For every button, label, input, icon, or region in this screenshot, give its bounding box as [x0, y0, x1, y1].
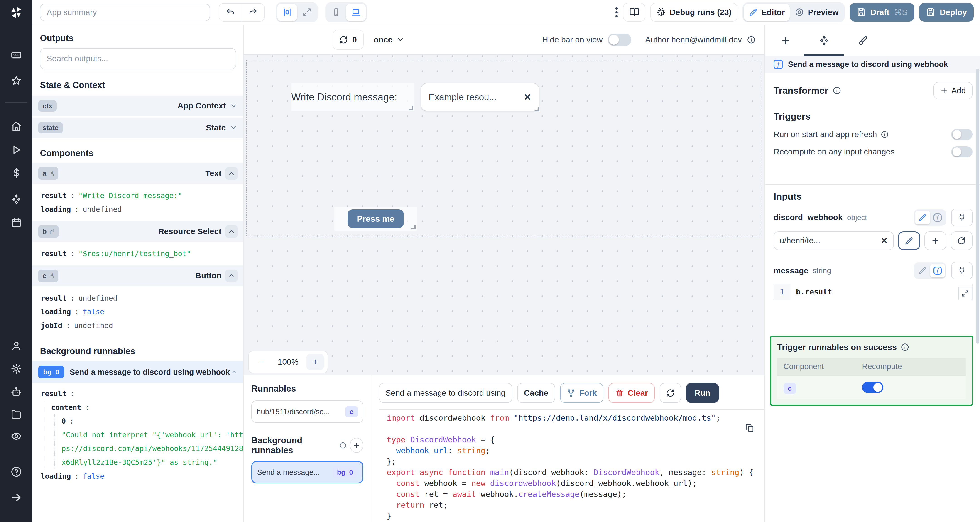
hide-bar-label: Hide bar on view — [542, 35, 603, 45]
info-icon[interactable] — [339, 442, 347, 449]
ctx-row[interactable]: ctx App Context — [32, 95, 243, 116]
state-row[interactable]: state State — [32, 118, 243, 138]
static-mode-button[interactable] — [915, 211, 930, 224]
press-me-button[interactable]: Press me — [348, 209, 404, 228]
app-canvas[interactable]: Write Discord message: Example resou... … — [243, 55, 764, 375]
component-row-c[interactable]: c☝ Button — [32, 266, 243, 286]
resize-handle[interactable] — [409, 106, 413, 110]
canvas-text-component[interactable]: Write Discord message: — [291, 83, 414, 111]
redo-button[interactable] — [242, 4, 264, 21]
clear-selection-icon[interactable]: ✕ — [523, 92, 531, 103]
runnable-item-selected[interactable]: Send a message... bg_0 — [251, 461, 363, 484]
more-menu-button[interactable] — [616, 7, 618, 17]
fullscreen-toggle[interactable] — [297, 4, 317, 21]
edit-resource-button[interactable] — [898, 231, 920, 250]
eye-icon[interactable] — [11, 431, 22, 442]
add-transformer-button[interactable]: Add — [934, 82, 972, 99]
settings-icon[interactable] — [11, 363, 22, 374]
info-icon[interactable] — [747, 35, 756, 44]
tab-editor[interactable]: Editor — [744, 4, 790, 21]
component-row-b[interactable]: b☝ Resource Select — [32, 221, 243, 242]
eval-mode-button[interactable]: f — [930, 264, 945, 278]
run-button[interactable]: Run — [686, 383, 719, 403]
folder-icon[interactable] — [11, 409, 22, 420]
canvas-resource-select[interactable]: Example resou... ✕ — [421, 83, 539, 111]
undo-button[interactable] — [219, 4, 242, 21]
clear-button[interactable]: Clear — [608, 383, 655, 403]
desktop-view-button[interactable] — [346, 4, 366, 21]
expand-editor-button[interactable] — [958, 286, 972, 300]
resource-picker[interactable]: u/henri/te... ✕ — [773, 231, 894, 250]
connect-input-button[interactable] — [951, 209, 972, 226]
styling-tab-icon[interactable] — [857, 35, 868, 46]
collapse-button[interactable] — [225, 225, 238, 238]
component-a-badge: a☝ — [38, 167, 58, 180]
search-outputs-input[interactable] — [40, 48, 236, 69]
eval-mode-button[interactable]: f — [930, 211, 945, 224]
chevron-up-icon[interactable] — [231, 369, 237, 376]
recompute-c-toggle[interactable] — [862, 382, 883, 393]
tab-preview[interactable]: Preview — [790, 4, 843, 21]
hide-bar-toggle[interactable] — [608, 33, 632, 46]
runnable-title-box[interactable]: Send a message to discord using — [379, 383, 512, 403]
hub-icon[interactable] — [11, 194, 22, 205]
undo-redo-group — [219, 3, 264, 22]
trash-icon — [615, 388, 624, 398]
info-icon[interactable] — [900, 343, 910, 352]
workers-icon[interactable] — [11, 340, 22, 352]
mobile-view-button[interactable] — [326, 4, 346, 21]
canvas-button-component[interactable]: Press me — [334, 207, 417, 231]
copy-code-icon[interactable] — [745, 423, 754, 433]
refresh-resource-button[interactable] — [951, 231, 972, 250]
star-icon[interactable] — [11, 75, 22, 86]
zoom-in-button[interactable]: + — [307, 354, 324, 370]
schedules-icon[interactable] — [11, 217, 22, 228]
add-background-runnable-button[interactable] — [350, 438, 363, 453]
refresh-button[interactable] — [660, 383, 681, 403]
resize-handle[interactable] — [411, 225, 415, 229]
center-layout-toggle[interactable] — [277, 4, 297, 21]
insert-tab-icon[interactable] — [780, 35, 791, 46]
bg0-row[interactable]: bg_0 Send a message to discord using web… — [32, 361, 243, 383]
docs-button[interactable] — [623, 3, 645, 22]
collapse-button[interactable] — [225, 269, 238, 282]
collapse-arrow-icon[interactable] — [11, 492, 22, 503]
code-editor[interactable]: import discordwebhook from "https://deno… — [379, 409, 765, 522]
recompute-toggle[interactable] — [951, 146, 972, 158]
runs-icon[interactable] — [11, 144, 22, 156]
trigger-runnables-on-success-box: Trigger runnables on success Component R… — [770, 336, 973, 406]
variables-icon[interactable] — [11, 167, 22, 179]
help-icon[interactable] — [11, 466, 22, 477]
add-resource-button[interactable] — [924, 231, 946, 250]
keyboard-icon[interactable] — [11, 49, 22, 61]
chevron-down-icon[interactable] — [229, 102, 238, 110]
clear-resource-icon[interactable]: ✕ — [881, 236, 888, 245]
fork-button[interactable]: Fork — [560, 383, 604, 403]
debug-runs-button[interactable]: Debug runs (23) — [651, 3, 738, 22]
connect-input-button[interactable] — [951, 262, 972, 280]
draft-button[interactable]: Draft⌘S — [850, 3, 914, 22]
right-panel-scrollbar[interactable] — [976, 69, 979, 344]
refresh-count-chip[interactable]: 0 — [332, 30, 364, 50]
cache-button[interactable]: Cache — [517, 383, 555, 403]
run-on-start-toggle[interactable] — [951, 129, 972, 140]
home-icon[interactable] — [11, 121, 22, 132]
deploy-button[interactable]: Deploy — [919, 3, 974, 22]
collapse-button[interactable] — [225, 167, 238, 180]
settings-tab-icon[interactable] — [818, 35, 830, 46]
robot-icon[interactable] — [11, 386, 22, 398]
static-mode-button[interactable] — [915, 264, 930, 278]
schedule-mode-dropdown[interactable]: once — [374, 35, 404, 45]
component-row-a[interactable]: a☝ Text — [32, 163, 243, 184]
trigger-recompute-label: Recompute on any input changes — [773, 147, 894, 156]
state-badge: state — [38, 122, 63, 134]
app-summary-input[interactable] — [40, 4, 210, 21]
resize-handle[interactable] — [535, 107, 539, 111]
chevron-down-icon — [396, 36, 404, 44]
zoom-out-button[interactable]: − — [252, 354, 270, 370]
runnable-item[interactable]: hub/1511/discord/se... c — [251, 400, 363, 423]
info-icon[interactable] — [881, 130, 889, 138]
chevron-down-icon[interactable] — [229, 124, 238, 132]
message-expression-editor[interactable]: 1 b.result — [773, 284, 972, 300]
info-icon[interactable] — [832, 86, 842, 95]
